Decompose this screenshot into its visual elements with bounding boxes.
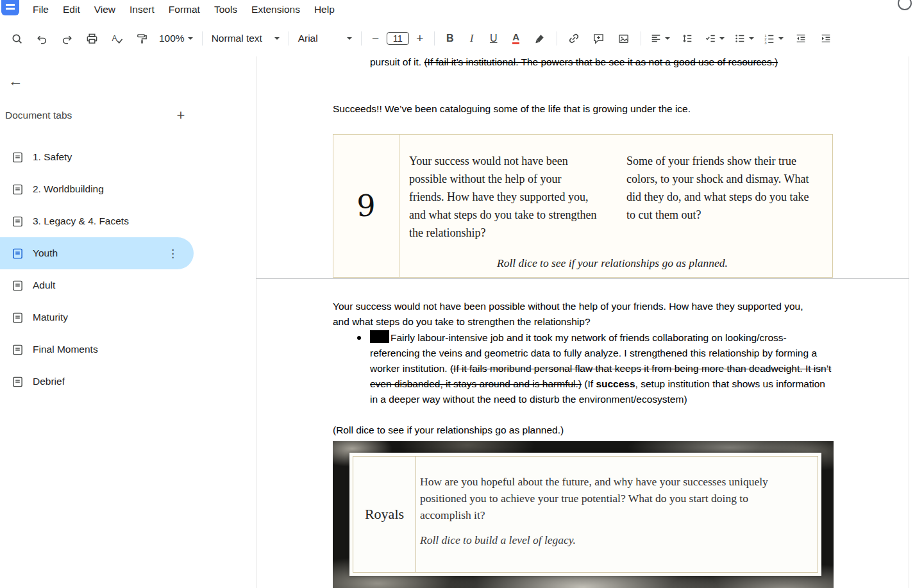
sidebar-item-label: 1. Safety: [33, 151, 72, 163]
toolbar: A 100% Normal text Arial − 11 + B: [0, 21, 915, 56]
sidebar-item-maturity[interactable]: Maturity: [0, 301, 194, 333]
tab-icon: [12, 215, 24, 228]
card-prompt-success: Your success would not have been possibl…: [409, 152, 598, 242]
sidebar-item-worldbuilding[interactable]: 2. Worldbuilding: [0, 173, 194, 205]
insert-image-icon[interactable]: [612, 27, 635, 50]
page-edge: [909, 56, 909, 588]
highlight-color-icon[interactable]: [528, 27, 551, 50]
royals-roll-instruction: Roll dice to build a level of legacy.: [420, 532, 780, 548]
chevron-down-icon: [665, 37, 670, 40]
italic-button[interactable]: I: [462, 27, 482, 50]
chevron-down-icon: [274, 37, 280, 40]
bold-text: success: [596, 378, 635, 389]
paragraph[interactable]: pursuit of it. (If fail it’s institution…: [370, 56, 816, 70]
font-size-input[interactable]: 11: [387, 32, 409, 45]
sidebar-item-label: Final Moments: [33, 344, 98, 355]
menu-file[interactable]: File: [26, 2, 56, 17]
underline-button[interactable]: U: [483, 27, 504, 50]
numbered-list-select[interactable]: 123: [760, 27, 787, 50]
redacted-text-block: [370, 330, 389, 343]
sidebar-item-label: Maturity: [33, 312, 68, 323]
zoom-value: 100%: [159, 33, 185, 44]
undo-icon[interactable]: [30, 27, 53, 50]
svg-text:A: A: [112, 33, 117, 42]
add-tab-button[interactable]: +: [171, 105, 191, 126]
document-tabs-title: Document tabs: [5, 110, 72, 121]
sidebar-item-label: Adult: [33, 280, 55, 291]
toolbar-separator: [434, 31, 435, 46]
prompt-card-9[interactable]: 9 Your success would not have been possi…: [333, 134, 833, 278]
insert-link-icon[interactable]: [562, 27, 585, 50]
page-edge: [256, 56, 256, 588]
back-arrow-icon[interactable]: ←: [1, 67, 29, 95]
tab-icon: [12, 248, 24, 260]
card-prompt-betrayal: Some of your friends show their true col…: [626, 152, 816, 242]
tab-icon: [12, 151, 24, 164]
paragraph-style-select[interactable]: Normal text: [208, 27, 283, 50]
toolbar-separator: [641, 31, 641, 46]
sidebar-item-legacy-facets[interactable]: 3. Legacy & 4. Facets: [0, 205, 194, 237]
text-color-indicator: [512, 42, 519, 45]
checklist-select[interactable]: [701, 27, 728, 50]
tab-icon: [12, 183, 24, 196]
bold-button[interactable]: B: [440, 27, 460, 50]
tabs-header: Document tabs +: [5, 103, 191, 128]
sidebar-item-debrief[interactable]: Debrief: [0, 365, 194, 398]
document-canvas[interactable]: pursuit of it. (If fail it’s institution…: [256, 56, 915, 588]
sidebar-item-final-moments[interactable]: Final Moments: [0, 333, 194, 365]
sidebar-item-youth[interactable]: Youth ⋮: [0, 237, 194, 269]
increase-indent-icon[interactable]: [814, 27, 837, 50]
sidebar-item-safety[interactable]: 1. Safety: [0, 141, 194, 173]
menu-edit[interactable]: Edit: [56, 2, 87, 17]
sidebar-item-label: 3. Legacy & 4. Facets: [33, 215, 129, 227]
tab-icon: [12, 376, 24, 388]
svg-text:3: 3: [764, 41, 766, 44]
menu-format[interactable]: Format: [162, 2, 207, 17]
card-number: 9: [333, 135, 399, 277]
line-spacing-icon[interactable]: [676, 27, 699, 50]
decrease-indent-icon[interactable]: [789, 27, 812, 50]
search-icon[interactable]: [5, 27, 28, 50]
menu-insert[interactable]: Insert: [122, 2, 162, 17]
toolbar-separator: [202, 31, 203, 46]
menu-extensions[interactable]: Extensions: [244, 2, 307, 17]
increase-font-size-button[interactable]: +: [411, 27, 429, 50]
tab-icon: [12, 280, 24, 292]
royals-card-image[interactable]: Royals How are you hopeful about the fut…: [333, 441, 834, 588]
paragraph[interactable]: Your success would not have been possibl…: [333, 299, 820, 330]
align-select[interactable]: [646, 27, 674, 50]
font-select[interactable]: Arial: [294, 27, 356, 50]
document-tabs-sidebar: ← Document tabs + 1. Safety 2. Worldbuil…: [0, 56, 256, 588]
sidebar-item-adult[interactable]: Adult: [0, 269, 194, 301]
text-color-button[interactable]: A: [506, 27, 526, 50]
paragraph[interactable]: (Roll dice to see if your relationships …: [333, 423, 564, 438]
tab-icon: [12, 312, 24, 324]
bullet-list-item[interactable]: Fairly labour-intensive job and it took …: [357, 330, 834, 407]
paint-format-icon[interactable]: [130, 27, 153, 50]
chevron-down-icon: [749, 37, 754, 40]
bulleted-list-select[interactable]: [730, 27, 758, 50]
menu-tools[interactable]: Tools: [207, 2, 244, 17]
chevron-down-icon: [778, 37, 784, 40]
struck-text: (If fail it’s institutional. The powers …: [424, 56, 778, 67]
chevron-down-icon: [188, 37, 193, 40]
card-roll-instruction: Roll dice to see if your relationships g…: [409, 255, 816, 271]
menubar: File Edit View Insert Format Tools Exten…: [0, 0, 915, 19]
redo-icon[interactable]: [55, 27, 78, 50]
menu-help[interactable]: Help: [307, 2, 342, 17]
style-value: Normal text: [212, 33, 262, 44]
bullet-icon: [357, 336, 361, 340]
menu-view[interactable]: View: [87, 2, 122, 17]
royals-card-prompt: How are you hopeful about the future, an…: [420, 473, 780, 523]
chevron-down-icon: [719, 37, 725, 40]
decrease-font-size-button[interactable]: −: [367, 27, 385, 50]
google-docs-app: File Edit View Insert Format Tools Exten…: [0, 0, 915, 588]
toolbar-separator: [557, 31, 557, 46]
print-icon[interactable]: [80, 27, 103, 50]
tab-options-kebab-icon[interactable]: ⋮: [167, 247, 178, 260]
spelling-check-icon[interactable]: A: [105, 27, 128, 50]
zoom-select[interactable]: 100%: [155, 27, 197, 50]
add-comment-icon[interactable]: [587, 27, 610, 50]
tab-icon: [12, 344, 24, 356]
paragraph[interactable]: Succeeds!! We’ve been cataloguing some o…: [333, 101, 820, 117]
